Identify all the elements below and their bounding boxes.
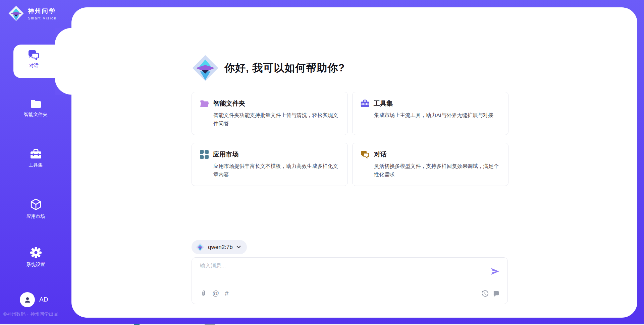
tab-fillet-top: [55, 28, 71, 45]
sidebar-item-chat[interactable]: 对话: [13, 45, 72, 78]
brand-name-cn: 神州问学: [28, 7, 57, 15]
brand-diamond-icon: [192, 54, 219, 82]
app-window: 神州问学 Smart Vision 对话 智能文件夹: [0, 0, 644, 325]
toolbox-icon: [361, 100, 369, 108]
sidebar-item-label: 智能文件夹: [24, 112, 48, 118]
card-title: 对话: [374, 150, 387, 159]
gear-icon: [30, 247, 42, 259]
feature-cards: 智能文件夹 智能文件夹功能支持批量文件上传与清洗，轻松实现文件问答 工具集 集成…: [192, 92, 508, 186]
app-grid-icon: [200, 150, 209, 159]
tab-fillet-bottom: [55, 78, 71, 95]
model-selector[interactable]: qwen2:7b: [192, 240, 247, 254]
card-smart-folder[interactable]: 智能文件夹 智能文件夹功能支持批量文件上传与清洗，轻松实现文件问答: [192, 92, 348, 135]
message-composer: @ #: [192, 257, 508, 304]
greeting-block: 你好, 我可以如何帮助你?: [192, 54, 345, 82]
card-chat[interactable]: 对话 灵活切换多模型文件，支持多样回复效果调试，满足个性化需求: [352, 143, 508, 186]
brand-name-en: Smart Vision: [28, 16, 57, 20]
toolbox-icon: [30, 149, 42, 159]
cube-icon: [30, 198, 42, 210]
card-description: 智能文件夹功能支持批量文件上传与清洗，轻松实现文件问答: [213, 111, 339, 128]
history-icon[interactable]: [481, 290, 488, 297]
composer-tools-left: @ #: [200, 289, 228, 297]
sidebar-item-toolset[interactable]: 工具集: [0, 149, 71, 168]
window-edge-gray-mark: [205, 324, 215, 325]
card-description: 集成市场上主流工具，助力AI与外界无缝扩展与对接: [374, 111, 500, 119]
card-description: 灵活切换多模型文件，支持多样回复效果调试，满足个性化需求: [374, 162, 500, 179]
chat-bubbles-icon: [361, 150, 370, 158]
composer-tools-right: [481, 290, 499, 297]
sidebar-item-label: 应用市场: [26, 213, 45, 219]
person-icon: [23, 296, 32, 304]
user-initials: AD: [39, 296, 48, 303]
sidebar-item-settings[interactable]: 系统设置: [0, 247, 71, 268]
sidebar-item-label: 工具集: [29, 162, 43, 168]
send-icon[interactable]: [490, 266, 500, 276]
folder-icon: [30, 99, 42, 109]
brand-name: 神州问学 Smart Vision: [28, 7, 57, 20]
brand-logo: 神州问学 Smart Vision: [8, 5, 57, 21]
chat-bubble-icon[interactable]: [493, 290, 499, 297]
card-description: 应用市场提供丰富长文本模板，助力高效生成多样化文章内容: [213, 162, 339, 179]
card-title: 工具集: [374, 99, 393, 108]
window-edge-teal-mark: [134, 324, 140, 325]
card-toolset[interactable]: 工具集 集成市场上主流工具，助力AI与外界无缝扩展与对接: [352, 92, 508, 135]
user-avatar[interactable]: [20, 292, 35, 307]
sidebar-item-label: 对话: [29, 63, 39, 69]
card-app-market[interactable]: 应用市场 应用市场提供丰富长文本模板，助力高效生成多样化文章内容: [192, 143, 348, 186]
hash-icon[interactable]: #: [225, 289, 228, 297]
main-panel: 你好, 我可以如何帮助你? 智能文件夹 智能文件夹功能支持批量文件上传与清洗，轻…: [71, 7, 637, 318]
at-icon[interactable]: @: [212, 289, 219, 297]
card-title: 智能文件夹: [213, 99, 245, 108]
message-input[interactable]: [200, 262, 475, 282]
model-name: qwen2:7b: [208, 244, 233, 251]
folder-open-icon: [200, 100, 209, 108]
window-bottom-edge: [0, 324, 644, 325]
sidebar-item-smart-folder[interactable]: 智能文件夹: [0, 99, 71, 118]
brand-diamond-icon: [196, 243, 204, 251]
sidebar-item-app-market[interactable]: 应用市场: [0, 198, 71, 219]
sidebar-footer: ©神州数码 · 神州问学出品: [3, 311, 74, 317]
chat-bubbles-icon: [28, 50, 40, 60]
paperclip-icon[interactable]: [200, 289, 207, 297]
sidebar-item-label: 系统设置: [26, 262, 45, 268]
card-title: 应用市场: [213, 150, 238, 159]
brand-diamond-icon: [8, 5, 24, 21]
chevron-down-icon: [236, 246, 241, 249]
composer-divider: [200, 284, 499, 284]
greeting-title: 你好, 我可以如何帮助你?: [224, 61, 345, 75]
